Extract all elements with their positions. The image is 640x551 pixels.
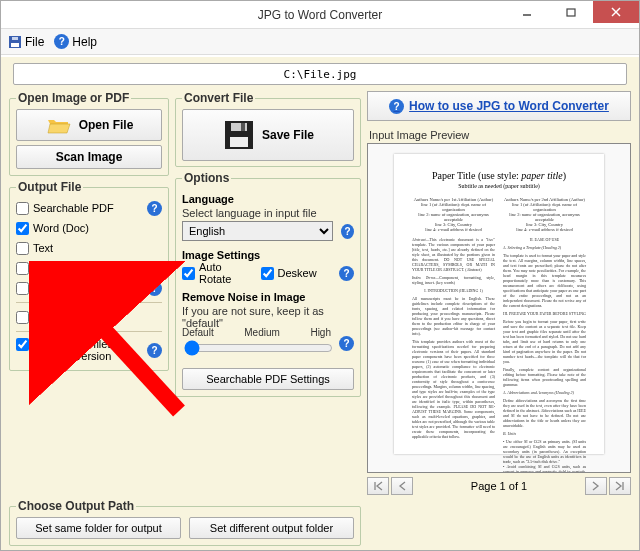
output-text[interactable]: Text	[16, 238, 162, 258]
deskew[interactable]: Deskew	[261, 263, 332, 283]
auto-rotate[interactable]: Auto Rotate	[182, 263, 253, 283]
label: HTML	[33, 262, 63, 274]
checkbox[interactable]	[16, 222, 29, 235]
checkbox[interactable]	[261, 267, 274, 280]
help-icon: ?	[389, 99, 404, 114]
language-select[interactable]: English	[182, 221, 333, 241]
output-word-doc[interactable]: Word (Doc)	[16, 218, 162, 238]
svg-rect-6	[12, 37, 18, 40]
help-icon[interactable]: ?	[339, 266, 354, 281]
choose-output-legend: Choose Output Path	[16, 499, 136, 513]
checkbox[interactable]	[16, 282, 29, 295]
save-file-label: Save File	[262, 128, 314, 142]
maximize-button[interactable]	[549, 1, 593, 23]
label: Searchable PDF	[33, 202, 114, 214]
col-mid: Convert File Save File Options Language …	[175, 91, 361, 495]
columns: Open Image or PDF Open File Scan Image O…	[7, 91, 633, 495]
floppy-save-icon	[222, 118, 256, 152]
pager-prev-button[interactable]	[391, 477, 413, 495]
minimize-button[interactable]	[505, 1, 549, 23]
image-settings-heading: Image Settings	[182, 249, 354, 261]
output-file-legend: Output File	[16, 180, 83, 194]
help-icon[interactable]: ?	[341, 224, 354, 239]
save-icon	[7, 34, 22, 49]
doc-title: Paper Title (use style: paper title)	[412, 170, 586, 181]
pager-last-button[interactable]	[609, 477, 631, 495]
output-searchable-pdf[interactable]: Searchable PDF ?	[16, 198, 162, 218]
svg-rect-1	[567, 9, 575, 16]
menubar: File ? Help	[1, 29, 639, 55]
col-right: ? How to use JPG to Word Converter Input…	[367, 91, 631, 495]
scan-image-button[interactable]: Scan Image	[16, 145, 162, 169]
output-select-all[interactable]: Select All	[16, 307, 162, 327]
howto-label: How to use JPG to Word Converter	[409, 99, 609, 113]
scan-image-label: Scan Image	[56, 150, 123, 164]
checkbox[interactable]	[182, 267, 195, 280]
choose-output-path-group: Choose Output Path Set same folder for o…	[9, 499, 361, 546]
body: C:\File.jpg Open Image or PDF Open File …	[1, 57, 639, 550]
preview-label: Input Image Preview	[369, 129, 631, 141]
label: Text-Only PDF	[33, 282, 105, 294]
window-buttons	[505, 1, 639, 23]
diff-folder-button[interactable]: Set different output folder	[189, 517, 354, 539]
pager-first-button[interactable]	[367, 477, 389, 495]
output-file-group: Output File Searchable PDF ? Word (Doc) …	[9, 180, 169, 371]
label: View output files after conversion	[33, 338, 113, 362]
label: Text	[33, 242, 53, 254]
view-after-conversion[interactable]: View output files after conversion ?	[16, 336, 162, 364]
label: Select All	[33, 311, 78, 323]
help-icon[interactable]: ?	[147, 201, 162, 216]
svg-rect-8	[230, 137, 248, 147]
preview-document: Paper Title (use style: paper title) Sub…	[394, 154, 604, 454]
help-icon[interactable]: ?	[147, 281, 162, 296]
checkbox[interactable]	[16, 262, 29, 275]
convert-file-legend: Convert File	[182, 91, 255, 105]
label: Deskew	[278, 267, 317, 279]
same-folder-button[interactable]: Set same folder for output	[16, 517, 181, 539]
searchable-pdf-settings-button[interactable]: Searchable PDF Settings	[182, 368, 354, 390]
label: Set different output folder	[210, 522, 333, 534]
open-image-group: Open Image or PDF Open File Scan Image	[9, 91, 169, 176]
output-text-only-pdf[interactable]: Text-Only PDF ?	[16, 278, 162, 298]
open-image-legend: Open Image or PDF	[16, 91, 131, 105]
checkbox[interactable]	[16, 338, 29, 351]
options-legend: Options	[182, 171, 231, 185]
close-button[interactable]	[593, 1, 639, 23]
checkbox[interactable]	[16, 311, 29, 324]
divider	[16, 302, 162, 303]
open-file-button[interactable]: Open File	[16, 109, 162, 141]
noise-heading: Remove Noise in Image	[182, 291, 354, 303]
folder-open-icon	[45, 113, 73, 137]
checkbox[interactable]	[16, 242, 29, 255]
menu-file[interactable]: File	[7, 34, 44, 49]
window-title: JPG to Word Converter	[258, 8, 383, 22]
help-icon[interactable]: ?	[147, 343, 162, 358]
preview-section: Input Image Preview Paper Title (use sty…	[367, 125, 631, 495]
app-window: JPG to Word Converter File ? Help	[0, 0, 640, 551]
noise-slider-labels: Default Medium High	[182, 327, 331, 338]
open-file-label: Open File	[79, 118, 134, 132]
convert-file-group: Convert File Save File	[175, 91, 361, 167]
label: Searchable PDF Settings	[206, 373, 330, 385]
help-icon[interactable]: ?	[339, 336, 354, 351]
divider	[16, 331, 162, 332]
label: Auto Rotate	[199, 261, 253, 285]
howto-link[interactable]: ? How to use JPG to Word Converter	[367, 91, 631, 121]
menu-help[interactable]: ? Help	[54, 34, 97, 49]
titlebar: JPG to Word Converter	[1, 1, 639, 29]
label: Word (Doc)	[33, 222, 89, 234]
pager-next-button[interactable]	[585, 477, 607, 495]
label: Set same folder for output	[35, 522, 162, 534]
svg-rect-10	[241, 123, 245, 131]
save-file-button[interactable]: Save File	[182, 109, 354, 161]
menu-help-label: Help	[72, 35, 97, 49]
noise-slider[interactable]	[184, 340, 333, 356]
output-html[interactable]: HTML	[16, 258, 162, 278]
options-group: Options Language Select language in inpu…	[175, 171, 361, 397]
preview-pane: Paper Title (use style: paper title) Sub…	[367, 143, 631, 473]
language-heading: Language	[182, 193, 354, 205]
noise-sub: If you are not sure, keep it as "default…	[182, 305, 354, 329]
input-path-field[interactable]: C:\File.jpg	[13, 63, 627, 85]
language-sub: Select language in input file	[182, 207, 354, 219]
checkbox[interactable]	[16, 202, 29, 215]
